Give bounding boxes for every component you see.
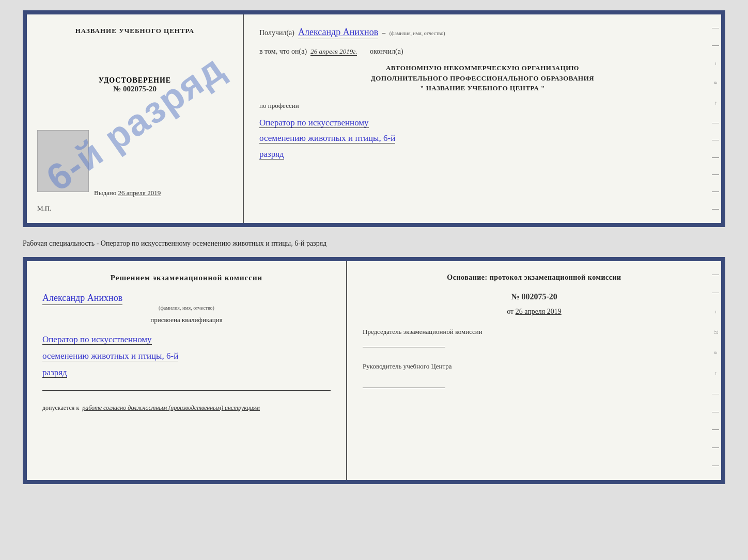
poluchil-subtitle: (фамилия, имя, отчество) <box>389 30 445 36</box>
mp-label: М.П. <box>37 204 51 213</box>
profession-block: Оператор по искусственному осеменению жи… <box>259 115 706 163</box>
vtom-date: 26 апреля 2019г. <box>310 47 357 56</box>
dopuskaetsya-line: допускается к работе согласно должностны… <box>42 404 331 412</box>
rukovoditel-title: Руководитель учебного Центра <box>363 362 706 371</box>
cert-bottom-right: Основание: протокол экзаменационной коми… <box>347 261 721 480</box>
rukovoditel-signature-line <box>363 388 445 388</box>
right-edge-decoration-bottom: – И а ← <box>710 261 721 480</box>
org-block: АВТОНОМНУЮ НЕКОММЕРЧЕСКУЮ ОРГАНИЗАЦИЮ ДО… <box>259 63 706 93</box>
qualification-text-2: осеменению животных и птицы, 6-й <box>42 351 178 361</box>
right-edge-decoration: – а ← <box>710 14 721 223</box>
osnovanie-title: Основание: протокол экзаменационной коми… <box>363 274 706 282</box>
photo-placeholder <box>37 130 89 192</box>
name-subtitle: (фамилия, имя, отчество) <box>42 305 331 311</box>
profession-text: Оператор по искусственному <box>259 118 369 128</box>
protocol-number: № 002075-20 <box>363 292 706 301</box>
prisvoena-label: присвоена квалификация <box>42 316 331 324</box>
qualification-text: Оператор по искусственному <box>42 334 152 345</box>
poluchil-line: Получил(a) Александр Анихнов – (фамилия,… <box>259 27 706 39</box>
profession-text-2: осеменению животных и птицы, 6-й <box>259 133 395 143</box>
vydano-line: Выдано 26 апреля 2019 <box>94 189 161 197</box>
dopuskaetsya-value: работе согласно должностным (производств… <box>82 404 260 411</box>
protocol-date: от 26 апреля 2019 <box>363 308 706 316</box>
certificate-bottom: Решением экзаменационной комиссии Алекса… <box>23 257 725 484</box>
name-block: Александр Анихнов (фамилия, имя, отчеств… <box>42 287 331 311</box>
udostoverenie-label: УДОСТОВЕРЕНИЕ <box>99 76 171 85</box>
udostoverenie-block: УДОСТОВЕРЕНИЕ № 002075-20 <box>99 76 171 93</box>
profession-text-3: разряд <box>259 149 284 159</box>
school-name-top: НАЗВАНИЕ УЧЕБНОГО ЦЕНТРА <box>75 27 195 35</box>
cert-bottom-left: Решением экзаменационной комиссии Алекса… <box>27 261 347 480</box>
predsedatel-block: Председатель экзаменационной комиссии <box>363 327 706 347</box>
predsedatel-title: Председатель экзаменационной комиссии <box>363 327 706 337</box>
cert-right-panel: Получил(a) Александр Анихнов – (фамилия,… <box>244 14 721 223</box>
po-professii: по профессии <box>259 102 706 110</box>
cert-left-panel: НАЗВАНИЕ УЧЕБНОГО ЦЕНТРА 6-й разряд УДОС… <box>27 14 244 223</box>
poluchil-name: Александр Анихнов <box>298 27 378 39</box>
qualification-text-3: разряд <box>42 367 67 378</box>
separator-text: Рабочая специальность - Оператор по иску… <box>23 235 725 249</box>
reshenie-title: Решением экзаменационной комиссии <box>42 274 331 282</box>
qualification-block: Оператор по искусственному осеменению жи… <box>42 331 331 381</box>
predsedatel-signature-line <box>363 347 445 347</box>
name-cursive: Александр Анихнов <box>42 293 122 305</box>
vtom-line: в том, что он(а) 26 апреля 2019г. окончи… <box>259 47 706 56</box>
certificate-top: НАЗВАНИЕ УЧЕБНОГО ЦЕНТРА 6-й разряд УДОС… <box>23 10 725 227</box>
cert-number: № 002075-20 <box>99 85 171 93</box>
